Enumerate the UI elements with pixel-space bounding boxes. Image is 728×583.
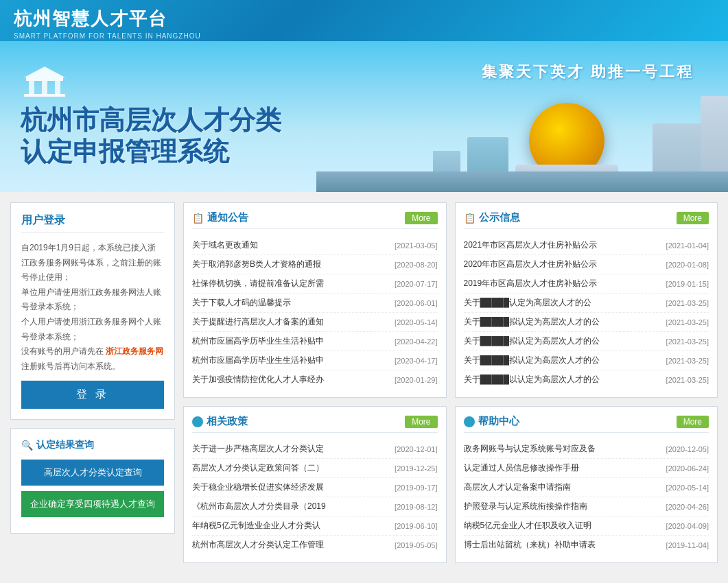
publicity-title-7[interactable]: 关于█████拟认定为高层次人才的公 [464,355,629,366]
list-item: 博士后出站留杭（来杭）补助申请表 [2019-11-04] [464,536,709,554]
svg-rect-3 [42,81,47,95]
policy-date-2: [2019-12-25] [395,464,437,473]
help-icon [464,416,475,427]
login-register-suffix: 注册账号后再访问本系统。 [21,361,120,371]
banner: 杭州市高层次人才分类 认定申报管理系统 集聚天下英才 助推一号工程 [0,41,728,192]
policy-date-3: [2019-09-17] [395,484,437,492]
list-item: 关于█████认定为高层次人才的公 [2021-03-25] [464,294,709,313]
right-panels: 📋 通知公告 More 关于域名更改通知 [2021-03-05] 关于取消郭彦… [183,202,718,563]
list-item: 高层次人才认定备案申请指南 [2020-05-14] [464,478,709,497]
list-item: 高层次人才分类认定政策问答（二） [2019-12-25] [192,459,438,478]
help-more-button[interactable]: More [677,416,709,428]
policy-icon [192,416,203,427]
svg-rect-1 [26,78,63,81]
register-link[interactable]: 浙江政务服务网 [106,346,163,356]
list-item: 关于域名更改通知 [2021-03-05] [192,236,438,255]
notice-date-5: [2020-05-14] [395,318,437,326]
notices-panel: 📋 通知公告 More 关于域名更改通知 [2021-03-05] 关于取消郭彦… [183,202,447,398]
list-item: 认定通过人员信息修改操作手册 [2020-06-24] [464,459,709,478]
list-item: 关于取消郭彦努B类人才资格的通报 [2020-08-20] [192,255,438,274]
help-date-3: [2020-05-14] [666,484,709,492]
help-date-5: [2020-04-09] [666,522,709,530]
policies-more-button[interactable]: More [405,416,437,428]
help-title-6[interactable]: 博士后出站留杭（来杭）补助申请表 [464,539,629,551]
login-title: 用户登录 [21,213,164,233]
svg-rect-2 [29,81,34,95]
help-list: 政务网账号与认定系统账号对应及备 [2020-12-05] 认定通过人员信息修改… [464,440,709,554]
policy-title-3[interactable]: 关于稳企业稳增长促进实体经济发展 [192,481,357,493]
talent-query-button[interactable]: 高层次人才分类认定查询 [21,460,164,486]
notice-title-5[interactable]: 关于提醒进行高层次人才备案的通知 [192,316,357,328]
login-desc3: 个人用户请使用浙江政务服务网个人账号登录本系统； [21,317,161,342]
help-title-2[interactable]: 认定通过人员信息修改操作手册 [464,462,629,474]
list-item: 关于█████拟认定为高层次人才的公 [2021-03-25] [464,313,709,332]
publicity-list: 2021年市区高层次人才住房补贴公示 [2021-01-04] 2020年市区高… [464,236,709,389]
notice-date-2: [2020-08-20] [395,261,437,269]
policy-title-1[interactable]: 关于进一步严格高层次人才分类认定 [192,443,357,455]
login-desc2: 单位用户请使用浙江政务服务网法人账号登录本系统； [21,287,161,312]
publicity-title-2[interactable]: 2020年市区高层次人才住房补贴公示 [464,259,629,270]
list-item: 杭州市应届高学历毕业生生活补贴申 [2020-04-22] [192,332,438,351]
notice-title-7[interactable]: 杭州市应届高学历毕业生生活补贴申 [192,355,357,366]
list-item: 护照登录与认定系统衔接操作指南 [2020-04-26] [464,497,709,516]
banner-icon [21,65,69,99]
notice-title-2[interactable]: 关于取消郭彦努B类人才资格的通报 [192,259,357,270]
top-panels-row: 📋 通知公告 More 关于域名更改通知 [2021-03-05] 关于取消郭彦… [183,202,718,398]
publicity-header: 📋 公示信息 More [464,211,709,229]
notice-title-8[interactable]: 关于加强疫情防控优化人才人事经办 [192,374,357,385]
site-subtitle: SMART PLATFORM FOR TALENTS IN HANGZHOU [14,32,201,40]
list-item: 2020年市区高层次人才住房补贴公示 [2020-01-08] [464,255,709,274]
list-item: 关于提醒进行高层次人才备案的通知 [2020-05-14] [192,313,438,332]
list-item: 杭州市高层次人才分类认定工作管理 [2019-05-05] [192,536,438,554]
publicity-title-1[interactable]: 2021年市区高层次人才住房补贴公示 [464,239,629,251]
notice-date-7: [2020-04-17] [395,357,437,365]
notice-title-1[interactable]: 关于域名更改通知 [192,239,357,251]
publicity-more-button[interactable]: More [677,212,709,224]
list-item: 年纳税5亿元制造业企业人才分类认 [2019-06-10] [192,516,438,536]
policy-title-4[interactable]: 《杭州市高层次人才分类目录（2019 [192,501,357,512]
site-title: 杭州智慧人才平台 [14,7,201,31]
publicity-title-5[interactable]: 关于█████拟认定为高层次人才的公 [464,316,629,328]
search-icon: 🔍 [21,440,33,451]
policy-title-5[interactable]: 年纳税5亿元制造业企业人才分类认 [192,520,357,532]
svg-marker-0 [24,67,65,78]
publicity-title-4[interactable]: 关于█████认定为高层次人才的公 [464,297,629,309]
list-item: 关于稳企业稳增长促进实体经济发展 [2019-09-17] [192,478,438,497]
notice-title-4[interactable]: 关于下载人才码的温馨提示 [192,297,357,309]
notice-date-6: [2020-04-22] [395,337,437,346]
policy-date-5: [2019-06-10] [395,522,437,530]
policy-title-2[interactable]: 高层次人才分类认定政策问答（二） [192,462,357,474]
notice-title-3[interactable]: 社保停机切换，请提前准备认定所需 [192,278,357,289]
notices-title: 📋 通知公告 [192,211,248,224]
notice-title-6[interactable]: 杭州市应届高学历毕业生生活补贴申 [192,335,357,347]
list-item: 2019年市区高层次人才住房补贴公示 [2019-01-15] [464,274,709,294]
list-item: 《杭州市高层次人才分类目录（2019 [2019-08-12] [192,497,438,516]
help-title-4[interactable]: 护照登录与认定系统衔接操作指南 [464,501,629,512]
policy-title-6[interactable]: 杭州市高层次人才分类认定工作管理 [192,539,357,551]
publicity-title-6[interactable]: 关于█████拟认定为高层次人才的公 [464,335,629,347]
help-title-5[interactable]: 纳税5亿元企业人才任职及收入证明 [464,520,629,532]
enterprise-query-button[interactable]: 企业确定享受四项待遇人才查询 [21,491,164,517]
notices-more-button[interactable]: More [405,212,437,224]
list-item: 社保停机切换，请提前准备认定所需 [2020-07-17] [192,274,438,294]
publicity-title-3[interactable]: 2019年市区高层次人才住房补贴公示 [464,278,629,289]
help-title-3[interactable]: 高层次人才认定备案申请指南 [464,481,629,493]
login-desc1: 自2019年1月9日起，本系统已接入浙江政务服务网账号体系，之前注册的账号停止使… [21,243,161,282]
login-info: 自2019年1月9日起，本系统已接入浙江政务服务网账号体系，之前注册的账号停止使… [21,241,164,374]
header: 杭州智慧人才平台 SMART PLATFORM FOR TALENTS IN H… [0,0,728,41]
logo-area: 杭州智慧人才平台 SMART PLATFORM FOR TALENTS IN H… [14,7,201,40]
publicity-date-6: [2021-03-25] [666,337,709,346]
publicity-icon: 📋 [464,213,475,224]
policy-date-1: [2020-12-01] [395,445,437,453]
help-header: 帮助中心 More [464,415,709,433]
help-date-4: [2020-04-26] [666,503,709,511]
publicity-title-8[interactable]: 关于█████以认定为高层次人才的公 [464,374,629,385]
login-button[interactable]: 登 录 [21,381,164,409]
list-item: 关于进一步严格高层次人才分类认定 [2020-12-01] [192,440,438,459]
notice-date-1: [2021-03-05] [395,241,437,250]
query-box: 🔍 认定结果查询 高层次人才分类认定查询 企业确定享受四项待遇人才查询 [10,428,175,534]
policy-date-4: [2019-08-12] [395,503,437,511]
main-content: 用户登录 自2019年1月9日起，本系统已接入浙江政务服务网账号体系，之前注册的… [0,192,728,573]
publicity-date-1: [2021-01-04] [666,241,709,250]
help-title-1[interactable]: 政务网账号与认定系统账号对应及备 [464,443,629,455]
